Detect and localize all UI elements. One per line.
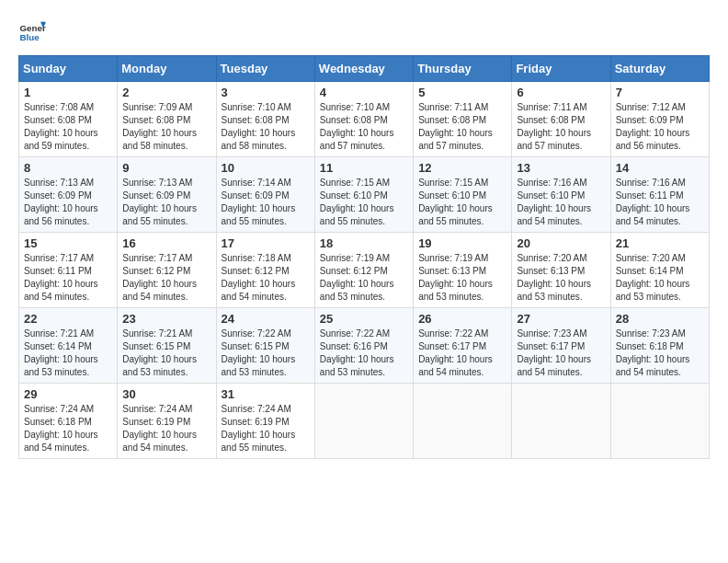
cell-sunset: Sunset: 6:14 PM	[616, 266, 684, 276]
cell-sunrise: Sunrise: 7:19 AM	[320, 253, 390, 263]
cell-sunset: Sunset: 6:09 PM	[616, 115, 684, 125]
svg-text:Blue: Blue	[20, 32, 40, 42]
cell-daylight: Daylight: 10 hours and 53 minutes.	[418, 279, 493, 302]
cell-sunset: Sunset: 6:12 PM	[320, 266, 388, 276]
cell-sunset: Sunset: 6:17 PM	[517, 341, 585, 351]
calendar-cell: 23 Sunrise: 7:21 AM Sunset: 6:15 PM Dayl…	[118, 308, 216, 384]
cell-sunrise: Sunrise: 7:19 AM	[418, 253, 488, 263]
page-header: General Blue	[18, 18, 710, 46]
cell-sunrise: Sunrise: 7:13 AM	[24, 178, 94, 188]
day-number: 23	[122, 312, 210, 326]
calendar-cell	[610, 384, 709, 459]
cell-sunset: Sunset: 6:19 PM	[122, 417, 190, 427]
cell-sunrise: Sunrise: 7:22 AM	[418, 328, 488, 339]
calendar-cell: 4 Sunrise: 7:10 AM Sunset: 6:08 PM Dayli…	[314, 82, 413, 157]
cell-sunset: Sunset: 6:10 PM	[320, 190, 388, 201]
weekday-header-wednesday: Wednesday	[314, 56, 413, 82]
cell-daylight: Daylight: 10 hours and 54 minutes.	[24, 430, 98, 453]
cell-sunrise: Sunrise: 7:14 AM	[222, 178, 291, 188]
cell-daylight: Daylight: 10 hours and 54 minutes.	[616, 203, 690, 226]
calendar-cell: 19 Sunrise: 7:19 AM Sunset: 6:13 PM Dayl…	[414, 233, 512, 308]
day-number: 4	[320, 86, 408, 99]
calendar-cell: 3 Sunrise: 7:10 AM Sunset: 6:08 PM Dayli…	[216, 82, 314, 157]
calendar-cell: 26 Sunrise: 7:22 AM Sunset: 6:17 PM Dayl…	[414, 308, 512, 384]
cell-sunset: Sunset: 6:09 PM	[122, 190, 190, 201]
day-number: 18	[320, 236, 408, 250]
calendar-cell: 8 Sunrise: 7:13 AM Sunset: 6:09 PM Dayli…	[19, 157, 118, 233]
cell-sunrise: Sunrise: 7:21 AM	[24, 328, 94, 339]
cell-sunset: Sunset: 6:08 PM	[517, 115, 585, 125]
cell-sunset: Sunset: 6:13 PM	[418, 266, 486, 276]
cell-daylight: Daylight: 10 hours and 56 minutes.	[24, 203, 98, 226]
day-number: 22	[24, 312, 112, 326]
calendar-cell: 31 Sunrise: 7:24 AM Sunset: 6:19 PM Dayl…	[216, 384, 314, 459]
calendar-cell: 30 Sunrise: 7:24 AM Sunset: 6:19 PM Dayl…	[118, 384, 216, 459]
cell-sunrise: Sunrise: 7:12 AM	[616, 102, 686, 112]
cell-daylight: Daylight: 10 hours and 53 minutes.	[616, 279, 690, 302]
day-number: 9	[122, 161, 210, 175]
week-row-2: 8 Sunrise: 7:13 AM Sunset: 6:09 PM Dayli…	[19, 157, 710, 233]
weekday-header-friday: Friday	[512, 56, 610, 82]
day-number: 11	[320, 161, 408, 175]
day-number: 27	[517, 312, 605, 326]
day-number: 2	[122, 86, 210, 99]
cell-daylight: Daylight: 10 hours and 57 minutes.	[320, 128, 394, 151]
cell-daylight: Daylight: 10 hours and 55 minutes.	[222, 203, 296, 226]
calendar-cell: 28 Sunrise: 7:23 AM Sunset: 6:18 PM Dayl…	[610, 308, 709, 384]
calendar-cell: 12 Sunrise: 7:15 AM Sunset: 6:10 PM Dayl…	[414, 157, 512, 233]
cell-sunset: Sunset: 6:10 PM	[418, 190, 486, 201]
calendar-cell: 14 Sunrise: 7:16 AM Sunset: 6:11 PM Dayl…	[610, 157, 709, 233]
week-row-1: 1 Sunrise: 7:08 AM Sunset: 6:08 PM Dayli…	[19, 82, 710, 157]
day-number: 26	[418, 312, 506, 326]
cell-sunrise: Sunrise: 7:11 AM	[418, 102, 488, 112]
cell-sunset: Sunset: 6:18 PM	[24, 417, 92, 427]
day-number: 29	[24, 387, 112, 401]
cell-sunrise: Sunrise: 7:22 AM	[222, 328, 291, 339]
cell-sunrise: Sunrise: 7:16 AM	[616, 178, 686, 188]
cell-sunset: Sunset: 6:11 PM	[24, 266, 92, 276]
cell-sunrise: Sunrise: 7:20 AM	[517, 253, 586, 263]
cell-daylight: Daylight: 10 hours and 54 minutes.	[616, 354, 690, 377]
day-number: 14	[616, 161, 704, 175]
cell-sunset: Sunset: 6:08 PM	[320, 115, 388, 125]
day-number: 1	[24, 86, 112, 99]
cell-sunrise: Sunrise: 7:21 AM	[122, 328, 192, 339]
cell-sunset: Sunset: 6:19 PM	[222, 417, 290, 427]
cell-sunrise: Sunrise: 7:17 AM	[24, 253, 94, 263]
day-number: 24	[222, 312, 310, 326]
cell-daylight: Daylight: 10 hours and 55 minutes.	[222, 430, 296, 453]
cell-sunrise: Sunrise: 7:08 AM	[24, 102, 94, 112]
day-number: 7	[616, 86, 704, 99]
cell-daylight: Daylight: 10 hours and 57 minutes.	[517, 128, 591, 151]
calendar-cell: 20 Sunrise: 7:20 AM Sunset: 6:13 PM Dayl…	[512, 233, 610, 308]
cell-sunrise: Sunrise: 7:20 AM	[616, 253, 686, 263]
cell-sunset: Sunset: 6:14 PM	[24, 341, 92, 351]
cell-daylight: Daylight: 10 hours and 58 minutes.	[122, 128, 197, 151]
cell-sunset: Sunset: 6:10 PM	[517, 190, 585, 201]
day-number: 19	[418, 236, 506, 250]
week-row-3: 15 Sunrise: 7:17 AM Sunset: 6:11 PM Dayl…	[19, 233, 710, 308]
calendar-cell: 11 Sunrise: 7:15 AM Sunset: 6:10 PM Dayl…	[314, 157, 413, 233]
cell-daylight: Daylight: 10 hours and 58 minutes.	[222, 128, 296, 151]
calendar-cell	[512, 384, 610, 459]
cell-sunset: Sunset: 6:08 PM	[24, 115, 92, 125]
cell-sunset: Sunset: 6:18 PM	[616, 341, 684, 351]
day-number: 30	[122, 387, 210, 401]
cell-sunrise: Sunrise: 7:09 AM	[122, 102, 192, 112]
cell-daylight: Daylight: 10 hours and 54 minutes.	[24, 279, 98, 302]
cell-sunset: Sunset: 6:16 PM	[320, 341, 388, 351]
calendar-cell: 27 Sunrise: 7:23 AM Sunset: 6:17 PM Dayl…	[512, 308, 610, 384]
cell-sunset: Sunset: 6:08 PM	[418, 115, 486, 125]
calendar-cell: 22 Sunrise: 7:21 AM Sunset: 6:14 PM Dayl…	[19, 308, 118, 384]
calendar-cell	[314, 384, 413, 459]
cell-daylight: Daylight: 10 hours and 54 minutes.	[122, 430, 197, 453]
cell-daylight: Daylight: 10 hours and 54 minutes.	[222, 279, 296, 302]
cell-sunrise: Sunrise: 7:24 AM	[24, 404, 94, 414]
day-number: 25	[320, 312, 408, 326]
cell-sunrise: Sunrise: 7:23 AM	[616, 328, 686, 339]
day-number: 13	[517, 161, 605, 175]
cell-sunrise: Sunrise: 7:17 AM	[122, 253, 192, 263]
week-row-5: 29 Sunrise: 7:24 AM Sunset: 6:18 PM Dayl…	[19, 384, 710, 459]
cell-daylight: Daylight: 10 hours and 59 minutes.	[24, 128, 98, 151]
cell-sunrise: Sunrise: 7:11 AM	[517, 102, 586, 112]
